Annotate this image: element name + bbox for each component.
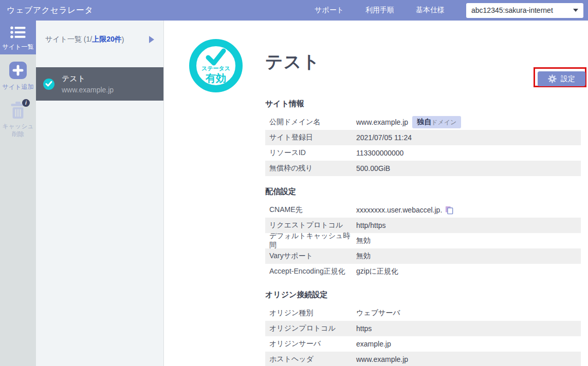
- nav-item-site-add[interactable]: サイト追加: [0, 54, 36, 90]
- site-item-texts: テスト www.example.jp: [62, 74, 114, 94]
- row-value: 113300000000: [356, 149, 403, 157]
- row-label: Varyサポート: [265, 252, 356, 261]
- plus-icon: [9, 62, 27, 81]
- badge-text-strong: 独自: [417, 118, 431, 127]
- row-value: 2021/07/05 11:24: [356, 133, 412, 142]
- nav-item-cache-delete[interactable]: i キャッシュ 削除: [0, 90, 36, 138]
- row-label: オリジンプロトコル: [265, 324, 356, 333]
- row-value: 無効: [356, 252, 371, 261]
- settings-button-label: 設定: [561, 74, 575, 84]
- row-value: www.example.jp独自ドメイン: [356, 116, 461, 128]
- nav-rail: サイト一覧 サイト追加 i: [0, 21, 36, 366]
- app-title: ウェブアクセラレータ: [0, 5, 93, 16]
- row-value: 500.00GiB: [356, 164, 390, 172]
- info-icon[interactable]: i: [22, 99, 30, 107]
- row-label: オリジン種別: [265, 309, 356, 318]
- site-item-name: テスト: [62, 74, 114, 84]
- row-value-text: https: [356, 324, 372, 333]
- section: サイト情報公開ドメイン名www.example.jp独自ドメインサイト登録日20…: [265, 99, 581, 176]
- header-link-support[interactable]: サポート: [315, 6, 344, 15]
- row-label: デフォルトキャッシュ時間: [265, 232, 356, 250]
- row-value: gzipに正規化: [356, 267, 398, 276]
- row-value-text: 2021/07/05 11:24: [356, 133, 412, 142]
- section-title: サイト情報: [265, 99, 581, 109]
- table-row: オリジンプロトコルhttps: [265, 321, 581, 336]
- section: オリジン接続設定オリジン種別ウェブサーバオリジンプロトコルhttpsオリジンサー…: [265, 290, 581, 366]
- row-label: オリジンサーバ: [265, 339, 356, 349]
- app-header: ウェブアクセラレータ サポート 利用手順 基本仕様 abc12345:sakur…: [0, 0, 588, 21]
- nav-item-label: サイト追加: [3, 83, 34, 90]
- list-icon: [10, 26, 26, 41]
- section-title: オリジン接続設定: [265, 290, 581, 300]
- sections: サイト情報公開ドメイン名www.example.jp独自ドメインサイト登録日20…: [265, 95, 581, 366]
- row-value-text: 500.00GiB: [356, 164, 390, 172]
- check-circle-icon: [43, 79, 54, 90]
- annotation-highlight-box: 設定: [534, 67, 586, 87]
- table-row: リクエストプロトコルhttp/https: [265, 218, 581, 233]
- row-value: example.jp: [356, 340, 391, 348]
- row-label: 公開ドメイン名: [265, 118, 356, 127]
- chevron-down-icon: [573, 9, 578, 12]
- site-list-count-suffix: ): [122, 35, 124, 44]
- site-list-item[interactable]: テスト www.example.jp: [36, 67, 163, 101]
- table-row: 無償枠の残り500.00GiB: [265, 161, 581, 176]
- row-value: ウェブサーバ: [356, 309, 400, 318]
- header-nav: サポート 利用手順 基本仕様 abc12345:sakura-internet: [315, 3, 588, 18]
- row-value-text: gzipに正規化: [356, 267, 398, 276]
- row-value-text: 無効: [356, 236, 371, 245]
- status-value: 有効: [206, 71, 226, 85]
- account-selector-value: abc12345:sakura-internet: [471, 6, 553, 14]
- row-label: Accept-Encoding正規化: [265, 267, 356, 276]
- nav-item-site-list[interactable]: サイト一覧: [0, 21, 36, 54]
- row-label: ホストヘッダ: [265, 355, 356, 364]
- gear-icon: [548, 74, 557, 83]
- row-value-text: www.example.jp: [356, 355, 408, 363]
- main-content: ステータス 有効 テスト: [164, 21, 588, 366]
- table-row: オリジン種別ウェブサーバ: [265, 305, 581, 321]
- page-title: テスト: [265, 50, 320, 74]
- table-row: オリジンサーバexample.jp: [265, 336, 581, 352]
- header-link-spec[interactable]: 基本仕様: [416, 6, 445, 15]
- table-row: ホストヘッダwww.example.jp: [265, 352, 581, 366]
- table-row: リソースID113300000000: [265, 145, 581, 161]
- row-value-text: ウェブサーバ: [356, 309, 400, 318]
- section: 配信設定CNAME先xxxxxxxx.user.webaccel.jp.リクエス…: [265, 187, 581, 279]
- site-list-count-prefix: サイト一覧 (1/: [45, 35, 92, 44]
- row-value: www.example.jp: [356, 355, 408, 363]
- row-label: CNAME先: [265, 205, 356, 215]
- settings-button[interactable]: 設定: [538, 71, 585, 86]
- row-value: xxxxxxxx.user.webaccel.jp.: [356, 206, 453, 215]
- row-value: 無効: [356, 236, 371, 245]
- row-label: 無償枠の残り: [265, 164, 356, 173]
- site-list-header: サイト一覧 (1/上限20件): [36, 21, 163, 44]
- table-row: CNAME先xxxxxxxx.user.webaccel.jp.: [265, 202, 581, 218]
- site-list-limit-link[interactable]: 上限20件: [92, 35, 122, 44]
- table-row: 公開ドメイン名www.example.jp独自ドメイン: [265, 114, 581, 130]
- nav-item-label: サイト一覧: [3, 43, 34, 50]
- trash-icon: i: [10, 102, 26, 121]
- copy-icon[interactable]: [445, 206, 453, 215]
- table-row: Varyサポート無効: [265, 248, 581, 264]
- table-row: サイト登録日2021/07/05 11:24: [265, 130, 581, 145]
- section-title: 配信設定: [265, 187, 581, 197]
- row-value-text: www.example.jp: [356, 118, 408, 126]
- table-row: デフォルトキャッシュ時間無効: [265, 233, 581, 248]
- nav-item-label-line1: キャッシュ: [2, 123, 33, 130]
- header-link-guide[interactable]: 利用手順: [365, 6, 394, 15]
- status-badge: ステータス 有効: [189, 39, 243, 92]
- row-value-text: example.jp: [356, 340, 391, 348]
- row-value: http/https: [356, 221, 386, 229]
- site-item-domain: www.example.jp: [62, 86, 114, 94]
- row-value-text: 無効: [356, 252, 371, 261]
- nav-item-label-line2: 削除: [12, 130, 24, 138]
- row-label: サイト登録日: [265, 133, 356, 142]
- badge-text-rest: ドメイン: [431, 118, 456, 127]
- row-value-text: xxxxxxxx.user.webaccel.jp.: [356, 206, 442, 214]
- row-value: https: [356, 324, 372, 333]
- row-label: リクエストプロトコル: [265, 221, 356, 230]
- triangle-right-icon[interactable]: [149, 36, 154, 43]
- account-selector[interactable]: abc12345:sakura-internet: [466, 3, 583, 18]
- table-row: Accept-Encoding正規化gzipに正規化: [265, 264, 581, 279]
- row-value-text: http/https: [356, 221, 386, 229]
- custom-domain-badge: 独自ドメイン: [412, 116, 461, 128]
